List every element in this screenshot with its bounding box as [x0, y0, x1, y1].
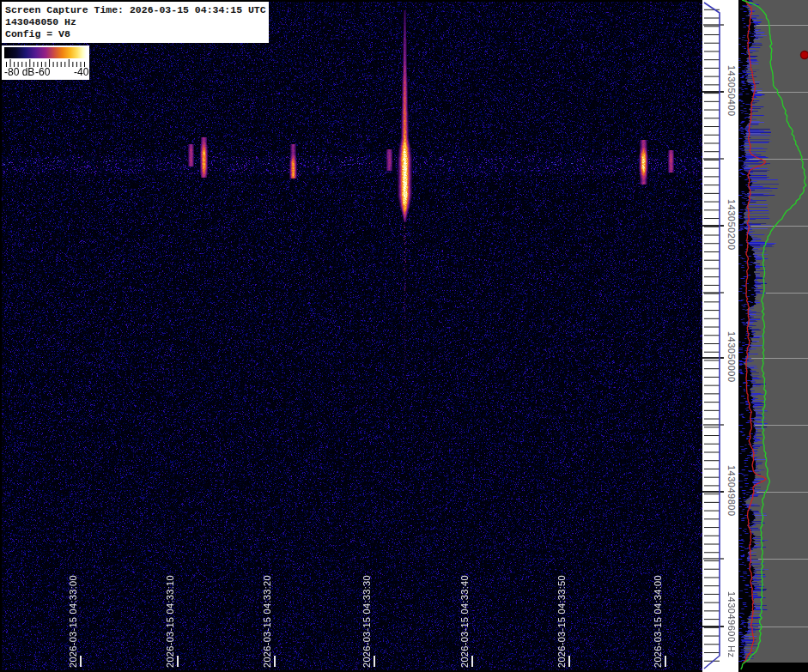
color-gradient-bar	[4, 47, 87, 58]
config-text: Config = V8	[5, 28, 70, 39]
time-axis-label: 2026-03-15 04:33:40	[459, 575, 470, 668]
legend-label-min: -80 dB	[4, 66, 34, 78]
time-axis-label: 2026-03-15 04:33:20	[262, 575, 272, 668]
capture-info-box: Screen Capture Time: 2026-03-15 04:34:15…	[2, 2, 269, 43]
legend-label-max: -40	[74, 66, 88, 78]
capture-time-text: Screen Capture Time: 2026-03-15 04:34:15…	[5, 4, 266, 15]
freq-axis-label: 143050000	[726, 331, 737, 383]
spectrum-analyzer-panel	[738, 0, 808, 672]
time-axis-label: 2026-03-15 04:33:50	[556, 575, 567, 668]
freq-axis-label: 143049800	[726, 465, 737, 517]
time-axis-label: 2026-03-15 04:33:30	[361, 575, 372, 668]
time-axis-label: 2026-03-15 04:34:00	[653, 575, 663, 668]
time-axis-tick	[374, 656, 375, 667]
time-axis-label: 2026-03-15 04:33:10	[165, 575, 175, 668]
speclab-screen-capture: Screen Capture Time: 2026-03-15 04:34:15…	[0, 0, 808, 672]
center-frequency-text: 143048050 Hz	[5, 16, 76, 27]
time-axis-tick	[80, 656, 82, 667]
time-axis-tick	[177, 656, 179, 667]
freq-axis-label: 143050400	[726, 65, 737, 117]
freq-axis-label: 143050200	[726, 199, 737, 251]
time-axis-tick	[568, 656, 570, 667]
time-axis-tick	[665, 656, 666, 667]
color-scale-legend: -80 dB -60 -40	[2, 45, 89, 80]
time-axis-label: 2026-03-15 04:33:00	[68, 575, 78, 668]
legend-label-mid: -60	[35, 66, 50, 78]
time-axis-tick	[274, 656, 276, 667]
frequency-axis: 1430504001430502001430500001430498001430…	[702, 0, 738, 672]
freq-axis-label: 143049600 Hz	[726, 591, 737, 658]
waterfall-spectrogram	[2, 2, 702, 670]
time-axis-tick	[471, 656, 473, 667]
